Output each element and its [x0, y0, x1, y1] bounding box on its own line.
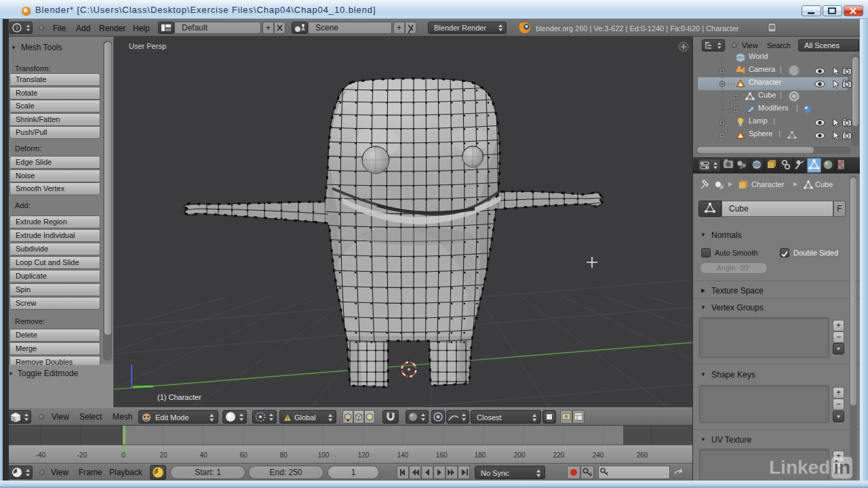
svg-text:i: i [16, 24, 18, 31]
